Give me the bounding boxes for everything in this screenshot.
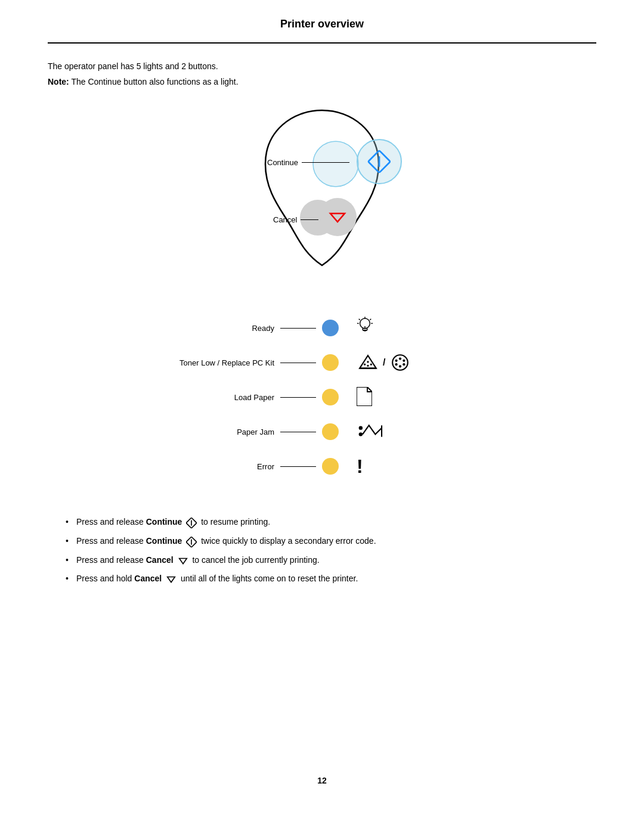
svg-point-25 — [403, 363, 405, 366]
panel-wrapper: Continue Cancel — [197, 98, 447, 301]
bullet-1-suffix: to resume printing. — [201, 517, 270, 527]
light-row-ready: Ready — [149, 313, 507, 343]
svg-line-7 — [370, 319, 371, 320]
lightbulb-icon — [357, 316, 373, 340]
svg-point-24 — [399, 365, 401, 367]
bullet-2-bold: Continue — [146, 536, 182, 546]
continue-icon — [366, 148, 392, 175]
svg-marker-4 — [330, 213, 345, 222]
bullet-list: Press and release Continue to resume pri… — [48, 516, 596, 592]
svg-point-15 — [364, 364, 366, 366]
svg-point-19 — [393, 355, 408, 370]
error-icon: ! — [357, 457, 363, 476]
svg-marker-35 — [168, 577, 175, 583]
bullet-2-suffix: twice quickly to display a secondary err… — [201, 536, 376, 546]
toner-icon: / — [357, 353, 411, 372]
light-row-paper: Load Paper — [149, 382, 507, 412]
cancel-line — [301, 219, 318, 220]
continue-label-group: Continue — [267, 158, 349, 167]
bullet-1: Press and release Continue to resume pri… — [66, 516, 596, 529]
bullet-3-suffix: to cancel the job currently printing. — [192, 555, 319, 565]
note-text: Note: The Continue button also functions… — [48, 77, 596, 86]
bullet-4-prefix: Press and hold — [76, 574, 134, 583]
svg-marker-34 — [179, 558, 187, 563]
lights-section: Ready — [149, 313, 507, 486]
continue-label: Continue — [267, 158, 298, 167]
light-dot-error — [322, 458, 339, 475]
light-line-paper — [280, 397, 316, 398]
bullet-1-bold: Continue — [146, 517, 182, 527]
light-line-toner — [280, 363, 316, 363]
svg-point-16 — [367, 361, 369, 363]
light-line-jam — [280, 432, 316, 432]
bullet-2: Press and release Continue twice quickly… — [66, 535, 596, 548]
page-title: Printer overview — [48, 18, 596, 30]
cancel-icon — [326, 205, 349, 229]
continue-inline-icon-2 — [186, 535, 197, 548]
svg-point-22 — [403, 360, 405, 362]
light-label-ready: Ready — [149, 324, 280, 333]
light-row-toner: Toner Low / Replace PC Kit / — [149, 348, 507, 377]
bullet-3-bold: Cancel — [146, 555, 174, 565]
svg-point-28 — [359, 426, 363, 429]
light-line-ready — [280, 328, 316, 329]
svg-marker-26 — [357, 387, 372, 406]
bullet-4: Press and hold Cancel until all of the l… — [66, 572, 596, 586]
svg-point-18 — [367, 365, 369, 367]
paperjam-icon — [357, 422, 386, 442]
svg-point-27 — [359, 432, 363, 436]
continue-line — [302, 162, 349, 163]
continue-inline-icon-1 — [186, 516, 197, 529]
light-row-jam: Paper Jam — [149, 417, 507, 447]
light-label-toner: Toner Low / Replace PC Kit — [149, 358, 280, 367]
cancel-inline-icon-2 — [166, 573, 177, 586]
light-dot-ready — [322, 320, 339, 336]
light-label-jam: Paper Jam — [149, 428, 280, 436]
bullet-3: Press and release Cancel to cancel the j… — [66, 554, 596, 567]
light-dot-paper — [322, 389, 339, 405]
cancel-button[interactable] — [318, 198, 357, 236]
light-line-error — [280, 466, 316, 467]
light-row-error: Error ! — [149, 451, 507, 481]
paper-icon — [357, 387, 372, 408]
bullet-4-bold: Cancel — [134, 574, 162, 583]
light-dot-jam — [322, 423, 339, 440]
diagram-area: Continue Cancel Ready — [48, 98, 596, 486]
cancel-inline-icon-1 — [178, 554, 188, 566]
continue-button[interactable] — [357, 139, 402, 184]
light-label-paper: Load Paper — [149, 393, 280, 402]
note-content: The Continue button also functions as a … — [71, 77, 238, 86]
bullet-1-prefix: Press and release — [76, 517, 146, 527]
bullet-3-prefix: Press and release — [76, 555, 146, 565]
svg-line-8 — [359, 319, 360, 320]
note-label: Note: — [48, 77, 69, 86]
bullet-2-prefix: Press and release — [76, 536, 146, 546]
svg-point-17 — [370, 364, 372, 366]
panel-shape-svg — [247, 98, 397, 283]
page-title-section: Printer overview — [48, 0, 596, 44]
svg-point-21 — [399, 357, 401, 360]
intro-text: The operator panel has 5 lights and 2 bu… — [48, 61, 596, 71]
light-dot-toner — [322, 354, 339, 371]
page-number: 12 — [48, 752, 596, 785]
cancel-label: Cancel — [273, 215, 297, 224]
light-label-error: Error — [149, 462, 280, 471]
bullet-4-suffix: until all of the lights come on to reset… — [181, 574, 358, 583]
svg-point-23 — [395, 363, 398, 366]
cancel-label-group: Cancel — [273, 215, 318, 224]
svg-point-20 — [395, 360, 398, 362]
